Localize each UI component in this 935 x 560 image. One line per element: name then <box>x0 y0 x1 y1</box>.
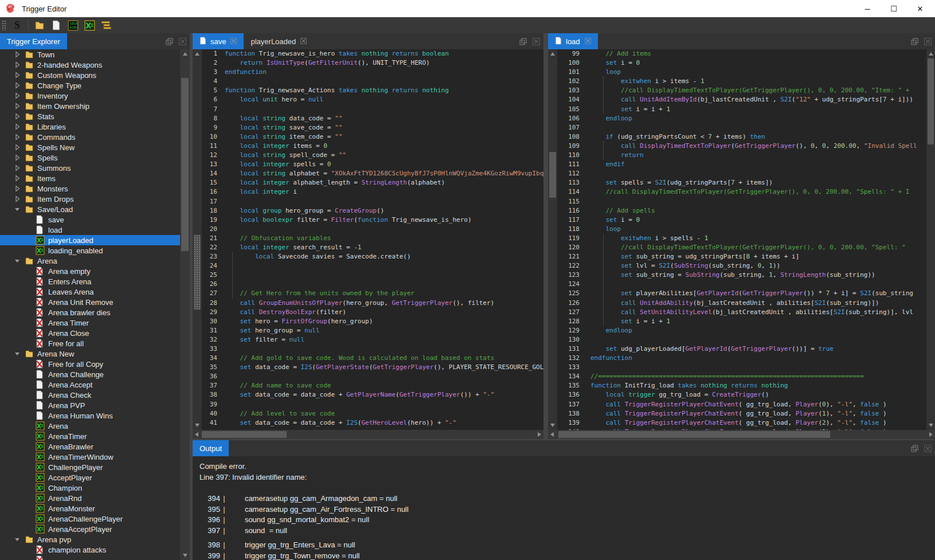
close-panel-icon[interactable] <box>179 38 186 45</box>
new-category-folder-icon[interactable] <box>34 19 45 31</box>
scroll-down-icon[interactable] <box>550 424 555 427</box>
float-panel-icon[interactable] <box>911 445 918 452</box>
float-panel-icon[interactable] <box>519 38 527 45</box>
close-panel-icon[interactable] <box>924 445 932 452</box>
tree-item[interactable]: Arena Challenge <box>0 369 180 379</box>
expanded-arrow-icon[interactable] <box>13 256 22 265</box>
collapsed-arrow-icon[interactable] <box>13 112 22 121</box>
close-panel-icon[interactable] <box>533 38 540 45</box>
close-panel-icon[interactable] <box>924 38 932 45</box>
tree-item[interactable]: Arena Close <box>0 328 180 338</box>
scrollbar-thumb[interactable] <box>558 431 830 438</box>
output-log[interactable]: Compile error.Line 397: Invalid identifi… <box>193 456 935 560</box>
tree-item[interactable]: Item Ownership <box>0 101 180 111</box>
collapsed-arrow-icon[interactable] <box>13 153 22 162</box>
tree-item[interactable]: Inventory <box>0 91 180 101</box>
tree-item[interactable]: Leaves Arena <box>0 287 180 297</box>
editor-right-body[interactable]: 9910010110210310410510610710810911011111… <box>548 49 935 439</box>
tab-close-icon[interactable] <box>230 37 237 46</box>
scroll-up-icon[interactable] <box>550 52 555 56</box>
editor-left-vertical-scrollbar[interactable] <box>193 49 202 430</box>
scrollbar-thumb[interactable] <box>202 431 287 438</box>
float-panel-icon[interactable] <box>911 38 918 45</box>
scroll-up-icon[interactable] <box>183 52 187 56</box>
tree-item[interactable]: Arena Check <box>0 390 180 400</box>
maximize-button[interactable]: ☐ <box>881 0 907 17</box>
tree-item[interactable]: save <box>0 214 180 225</box>
tree-item[interactable]: ArenaAcceptPlayer <box>0 524 180 534</box>
expanded-arrow-icon[interactable] <box>13 535 22 544</box>
collapsed-arrow-icon[interactable] <box>13 194 22 203</box>
editor-left-horizontal-scrollbar[interactable] <box>193 430 543 439</box>
collapsed-arrow-icon[interactable] <box>13 91 22 100</box>
tab-close-icon[interactable] <box>300 37 307 46</box>
tree-item[interactable]: Arena PVP <box>0 400 180 410</box>
new-trigger-document-icon[interactable] <box>50 19 62 31</box>
editor-right-code[interactable]: // Add items set i = 0 loop exitwhen i >… <box>590 49 926 430</box>
editor-left-code[interactable]: function Trig_newsave_is_hero takes noth… <box>225 49 543 430</box>
tab-close-icon[interactable] <box>585 37 591 46</box>
scrollbar-thumb[interactable] <box>549 152 556 198</box>
collapsed-arrow-icon[interactable] <box>13 174 22 183</box>
collapsed-arrow-icon[interactable] <box>13 132 22 142</box>
editor-right-horizontal-scrollbar[interactable] <box>548 430 935 439</box>
tree-item[interactable]: Arena Unit Remove <box>0 297 180 307</box>
close-button[interactable]: ✕ <box>907 0 933 17</box>
tree-item[interactable]: Free for all <box>0 338 180 348</box>
minimize-button[interactable]: ─ <box>854 0 881 17</box>
tree-item[interactable]: Town <box>0 49 180 60</box>
scroll-down-icon[interactable] <box>195 424 199 427</box>
collapsed-arrow-icon[interactable] <box>13 101 22 111</box>
collapsed-arrow-icon[interactable] <box>13 81 22 90</box>
tree-item[interactable] <box>0 555 180 560</box>
tab-playerLoaded[interactable]: playerLoaded <box>244 33 314 49</box>
tree-item[interactable]: ArenaRnd <box>0 493 180 503</box>
tree-item[interactable]: Arena Human Wins <box>0 410 180 421</box>
tree-item[interactable]: Arena pvp <box>0 534 180 545</box>
convert-to-custom-text-icon[interactable]: 10100101 <box>67 19 79 31</box>
tree-item[interactable]: AcceptPlayer <box>0 472 180 483</box>
scroll-right-icon[interactable] <box>929 432 933 437</box>
scroll-down-icon[interactable] <box>929 424 933 427</box>
script-scroll-icon[interactable]: S <box>11 19 23 31</box>
tree-vertical-scrollbar[interactable] <box>180 49 190 560</box>
tree-item[interactable]: Stats <box>0 111 180 122</box>
scroll-left-icon[interactable] <box>550 432 554 437</box>
scroll-down-icon[interactable] <box>183 554 187 557</box>
tab-load[interactable]: load <box>548 33 598 49</box>
collapsed-arrow-icon[interactable] <box>13 71 22 80</box>
tab-save[interactable]: save <box>193 33 244 49</box>
collapsed-arrow-icon[interactable] <box>13 122 22 131</box>
output-tab[interactable]: Output <box>193 440 229 456</box>
float-panel-icon[interactable] <box>166 38 173 45</box>
tree-item[interactable]: load <box>0 225 180 235</box>
editor-right-vertical-scrollbar[interactable] <box>926 49 935 430</box>
tree-item[interactable]: Custom Weapons <box>0 70 180 80</box>
collapsed-arrow-icon[interactable] <box>13 50 22 59</box>
collapsed-arrow-icon[interactable] <box>13 143 22 152</box>
tree-item[interactable]: Summons <box>0 163 180 173</box>
tree-item[interactable]: Spells <box>0 152 180 163</box>
tree-item[interactable]: playerLoaded <box>0 235 180 245</box>
scroll-left-icon[interactable] <box>195 432 198 437</box>
collapsed-arrow-icon[interactable] <box>13 60 22 69</box>
collapsed-arrow-icon[interactable] <box>13 163 22 173</box>
tree-item[interactable]: Arena New <box>0 348 180 359</box>
tree-item[interactable]: Item Drops <box>0 194 180 204</box>
tree-item[interactable]: ChallengePlayer <box>0 462 180 472</box>
tree-item[interactable]: ArenaChallengePlayer <box>0 514 180 524</box>
scrollbar-thumb[interactable] <box>194 235 201 310</box>
tree-item[interactable]: Enters Arena <box>0 276 180 287</box>
tree-item[interactable]: Monsters <box>0 183 180 194</box>
tree-item[interactable]: champion attacks <box>0 545 180 555</box>
tree-item[interactable]: Change Type <box>0 80 180 91</box>
toolbar-grip-icon[interactable] <box>2 20 6 30</box>
tree-item[interactable]: Arena Timer <box>0 318 180 328</box>
tree-item[interactable]: ArenaTimer <box>0 431 180 441</box>
tree-item[interactable]: Save/Load <box>0 204 180 214</box>
trigger-comment-list-icon[interactable] <box>100 19 112 31</box>
tree-item[interactable]: Arena Accept <box>0 379 180 390</box>
collapsed-arrow-icon[interactable] <box>13 184 22 193</box>
tree-item[interactable]: Arena brawler dies <box>0 307 180 318</box>
scroll-up-icon[interactable] <box>195 52 199 56</box>
